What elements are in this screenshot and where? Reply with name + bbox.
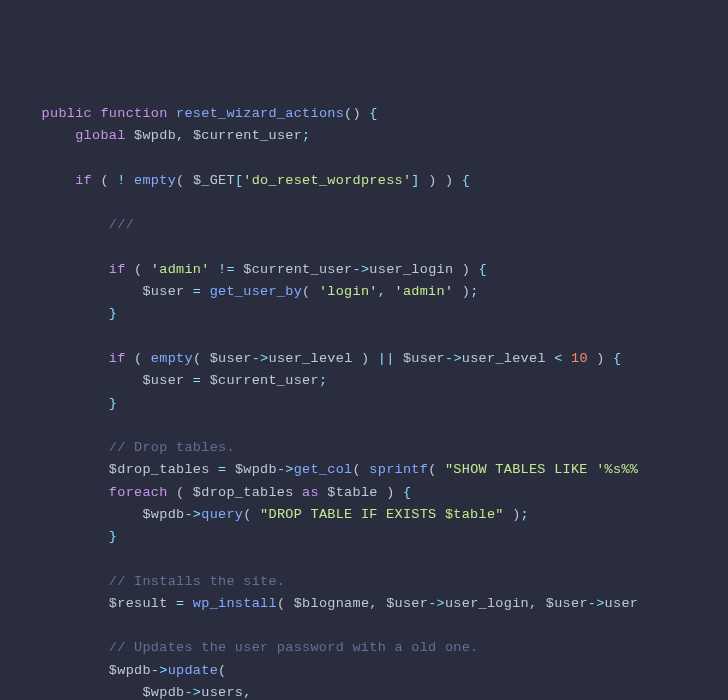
code-token: 'admin' <box>151 262 210 277</box>
code-token: ( <box>243 507 251 522</box>
code-token: if <box>75 173 92 188</box>
code-token: { <box>613 351 621 366</box>
code-token: user_level <box>269 351 353 366</box>
code-token: , <box>176 128 184 143</box>
code-token: ( <box>353 462 361 477</box>
code-token: public <box>42 106 92 121</box>
code-token: ) <box>596 351 604 366</box>
code-token: = <box>193 284 201 299</box>
code-token: $current_user <box>243 262 352 277</box>
code-token: "SHOW TABLES LIKE '%s%% <box>445 462 638 477</box>
code-token: ) <box>512 507 520 522</box>
code-token: $drop_tables <box>109 462 210 477</box>
code-token: -> <box>277 462 294 477</box>
code-token: != <box>218 262 235 277</box>
code-token: $user <box>210 351 252 366</box>
code-token: = <box>193 373 201 388</box>
code-token: wp_install <box>193 596 277 611</box>
code-token: || <box>378 351 395 366</box>
code-token: } <box>109 529 117 544</box>
code-token: { <box>403 485 411 500</box>
code-token: as <box>302 485 319 500</box>
code-token: () <box>344 106 361 121</box>
code-token: $wpdb <box>109 663 151 678</box>
code-token: ; <box>319 373 327 388</box>
code-token: if <box>109 351 126 366</box>
code-token: if <box>109 262 126 277</box>
code-token: ; <box>302 128 310 143</box>
code-token: ( <box>176 173 184 188</box>
code-token: ( <box>218 663 226 678</box>
code-token: ) <box>361 351 369 366</box>
code-token: 'admin' <box>395 284 454 299</box>
code-token: } <box>109 306 117 321</box>
code-token: = <box>218 462 226 477</box>
code-token: ] <box>411 173 419 188</box>
code-token: $blogname <box>294 596 370 611</box>
code-token: reset_wizard_actions <box>176 106 344 121</box>
code-token: user <box>605 596 639 611</box>
code-token: = <box>176 596 184 611</box>
code-token: } <box>109 396 117 411</box>
code-token: { <box>479 262 487 277</box>
code-token: ( <box>134 262 142 277</box>
code-token: $wpdb <box>134 128 176 143</box>
code-token: function <box>100 106 167 121</box>
code-token: < <box>554 351 562 366</box>
code-token: empty <box>134 173 176 188</box>
code-token: users <box>201 685 243 700</box>
code-token: "DROP TABLE IF EXISTS $table" <box>260 507 504 522</box>
code-token: $table <box>327 485 377 500</box>
code-token: ; <box>521 507 529 522</box>
code-token: 10 <box>571 351 588 366</box>
code-token: -> <box>252 351 269 366</box>
code-token: $user <box>386 596 428 611</box>
code-token: user_level <box>462 351 546 366</box>
code-token: , <box>369 596 377 611</box>
code-token: empty <box>151 351 193 366</box>
code-token: $user <box>142 373 184 388</box>
code-token: ) <box>445 173 453 188</box>
code-token: ( <box>277 596 285 611</box>
code-token: // Updates the user password with a old … <box>109 640 479 655</box>
code-token: get_user_by <box>210 284 302 299</box>
code-token: $result <box>109 596 168 611</box>
code-token: -> <box>353 262 370 277</box>
code-token: $wpdb <box>235 462 277 477</box>
code-token: /// <box>109 217 134 232</box>
code-token: $current_user <box>210 373 319 388</box>
code-token: ) <box>428 173 436 188</box>
code-token: $drop_tables <box>193 485 294 500</box>
code-token: ) <box>462 262 470 277</box>
code-token: -> <box>184 507 201 522</box>
code-token: $current_user <box>193 128 302 143</box>
code-token: -> <box>151 663 168 678</box>
code-token: { <box>462 173 470 188</box>
code-token: $wpdb <box>142 685 184 700</box>
code-token: , <box>243 685 251 700</box>
code-token: ( <box>134 351 142 366</box>
code-token: update <box>168 663 218 678</box>
code-token: user_login <box>369 262 453 277</box>
code-token: -> <box>445 351 462 366</box>
code-token: , <box>529 596 537 611</box>
code-token: // Drop tables. <box>109 440 235 455</box>
code-token: ( <box>100 173 108 188</box>
code-token: ) <box>386 485 394 500</box>
code-token: user_login <box>445 596 529 611</box>
code-token: ( <box>193 351 201 366</box>
code-token: $user <box>546 596 588 611</box>
code-token: ( <box>176 485 184 500</box>
code-block: public function reset_wizard_actions() {… <box>8 103 728 700</box>
code-token: { <box>369 106 377 121</box>
code-token: ) <box>462 284 470 299</box>
code-token: ; <box>470 284 478 299</box>
code-token: $wpdb <box>142 507 184 522</box>
code-token: ! <box>117 173 125 188</box>
code-token: $user <box>403 351 445 366</box>
code-token: query <box>201 507 243 522</box>
code-token: ( <box>428 462 436 477</box>
code-token: $_GET <box>193 173 235 188</box>
code-token: foreach <box>109 485 168 500</box>
code-token: -> <box>184 685 201 700</box>
